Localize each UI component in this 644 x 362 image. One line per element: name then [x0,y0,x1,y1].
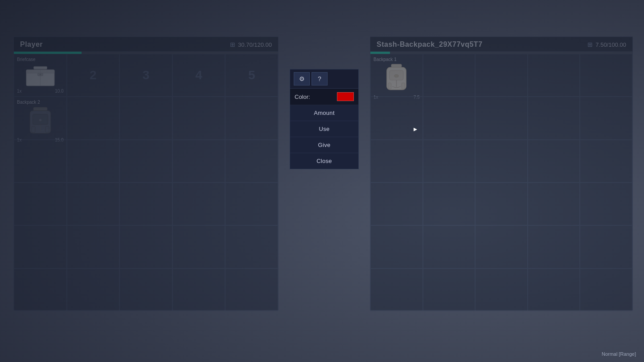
gear-button[interactable]: ⚙ [294,72,310,85]
context-menu-toolbar: ⚙ ? [290,69,358,89]
background-overlay [0,0,644,362]
color-label: Color: [295,94,333,100]
color-row: Color: [290,89,358,105]
bottom-label: Normal [Range] [602,351,636,357]
color-swatch[interactable] [337,92,354,101]
context-menu: ⚙ ? Color: Amount Use Give Close [290,69,359,169]
give-button[interactable]: Give [290,137,358,153]
help-button[interactable]: ? [312,72,328,85]
close-button[interactable]: Close [290,153,358,169]
amount-button[interactable]: Amount [290,105,358,121]
use-button[interactable]: Use [290,121,358,137]
